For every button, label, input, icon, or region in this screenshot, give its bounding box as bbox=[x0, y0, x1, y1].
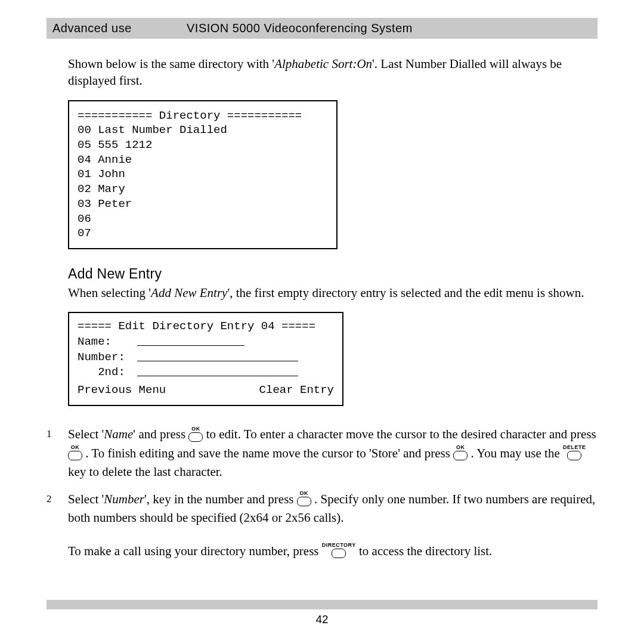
step1-c: . To finish editing and save the name mo… bbox=[85, 446, 453, 460]
step1-a-pre: Select ' bbox=[68, 427, 104, 441]
directory-screen: =========== Directory =========== 00 Las… bbox=[68, 100, 338, 249]
header-bar: Advanced use VISION 5000 Videoconferenci… bbox=[47, 18, 597, 39]
final-a: To make a call using your directory numb… bbox=[68, 544, 322, 558]
ok-key-label: OK bbox=[453, 445, 467, 450]
step1-e: key to delete the last character. bbox=[68, 465, 222, 479]
directory-key-icon: DIRECTORY bbox=[322, 543, 356, 559]
ok-key-icon: OK bbox=[297, 491, 311, 507]
page-number: 42 bbox=[47, 613, 597, 626]
ok-key-icon: OK bbox=[188, 426, 203, 443]
edit-second-label: 2nd: bbox=[78, 365, 137, 380]
intro-sort-label: Alphabetic Sort:On bbox=[274, 57, 372, 71]
step-1-number: 1 bbox=[47, 425, 68, 482]
final-b: to access the directory list. bbox=[359, 544, 492, 558]
intro-pre: Shown below is the same directory with ' bbox=[68, 57, 274, 71]
edit-second-field[interactable] bbox=[137, 365, 298, 376]
previous-menu[interactable]: Previous Menu bbox=[78, 383, 166, 398]
step2-a-post: ', key in the number and press bbox=[144, 492, 297, 506]
edit-number-field[interactable] bbox=[137, 350, 298, 361]
add-entry-em: Add New Entry bbox=[151, 286, 227, 300]
step1-a-post: ' and press bbox=[133, 427, 188, 441]
delete-key-icon: DELETE bbox=[563, 445, 586, 462]
step1-b: to edit. To enter a character move the c… bbox=[206, 427, 596, 441]
edit-title: ===== Edit Directory Entry 04 ===== bbox=[78, 319, 334, 335]
ok-key-label: OK bbox=[188, 426, 203, 432]
step1-a-em: Name bbox=[104, 427, 133, 441]
add-entry-post: ', the first empty directory entry is se… bbox=[227, 286, 584, 300]
clear-entry[interactable]: Clear Entry bbox=[259, 383, 334, 398]
add-entry-pre: When selecting ' bbox=[68, 286, 151, 300]
intro-paragraph: Shown below is the same directory with '… bbox=[68, 55, 597, 89]
ok-key-label: OK bbox=[297, 491, 311, 496]
footer-bar bbox=[47, 600, 597, 609]
step-2: 2 Select 'Number', key in the number and… bbox=[47, 490, 597, 528]
step2-a-em: Number bbox=[104, 492, 144, 506]
add-entry-heading: Add New Entry bbox=[68, 266, 597, 282]
edit-name-label: Name: bbox=[78, 335, 137, 350]
delete-key-label: DELETE bbox=[563, 445, 586, 450]
step-2-number: 2 bbox=[47, 490, 68, 528]
edit-entry-screen: ===== Edit Directory Entry 04 ===== Name… bbox=[68, 312, 343, 406]
header-section: Advanced use bbox=[52, 21, 187, 35]
footer: 42 bbox=[47, 600, 597, 626]
step2-a-pre: Select ' bbox=[68, 492, 104, 506]
edit-number-label: Number: bbox=[78, 350, 137, 366]
final-paragraph: To make a call using your directory numb… bbox=[68, 542, 597, 561]
ok-key-label: OK bbox=[68, 445, 82, 450]
ok-key-icon: OK bbox=[68, 445, 82, 462]
header-title: VISION 5000 Videoconferencing System bbox=[187, 21, 413, 35]
add-entry-paragraph: When selecting 'Add New Entry', the firs… bbox=[68, 284, 597, 301]
step1-d: . You may use the bbox=[470, 446, 563, 460]
ok-key-icon: OK bbox=[453, 445, 467, 462]
step-1: 1 Select 'Name' and press OK to edit. To… bbox=[47, 425, 597, 482]
edit-name-field[interactable] bbox=[137, 335, 244, 346]
directory-key-label: DIRECTORY bbox=[322, 543, 356, 548]
